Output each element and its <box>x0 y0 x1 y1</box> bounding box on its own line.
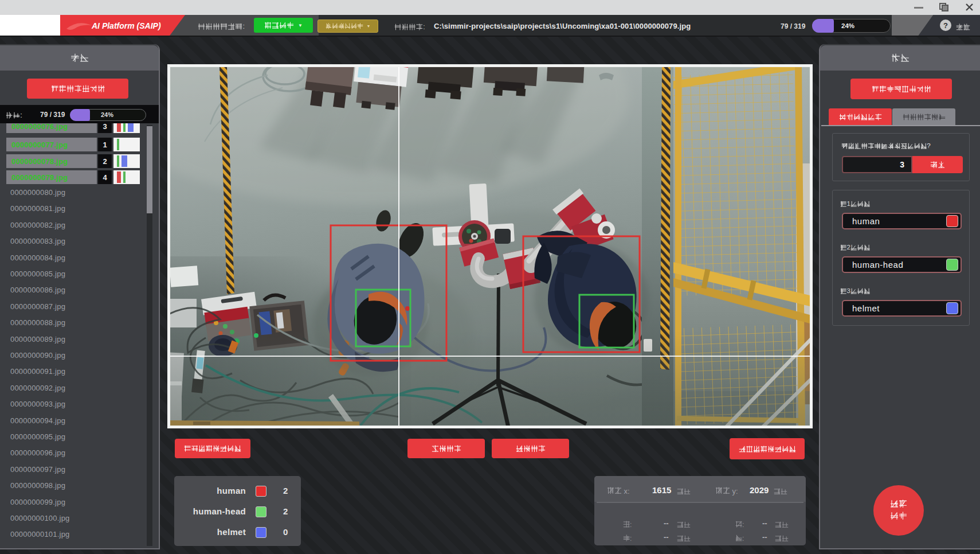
svg-text::: : <box>20 111 22 119</box>
svg-text:1: 1 <box>846 200 850 207</box>
svg-text:2: 2 <box>846 244 850 251</box>
svg-text:3: 3 <box>846 287 850 294</box>
svg-text::: : <box>242 22 245 30</box>
svg-text:?: ? <box>927 142 930 149</box>
svg-text::: : <box>423 23 425 31</box>
